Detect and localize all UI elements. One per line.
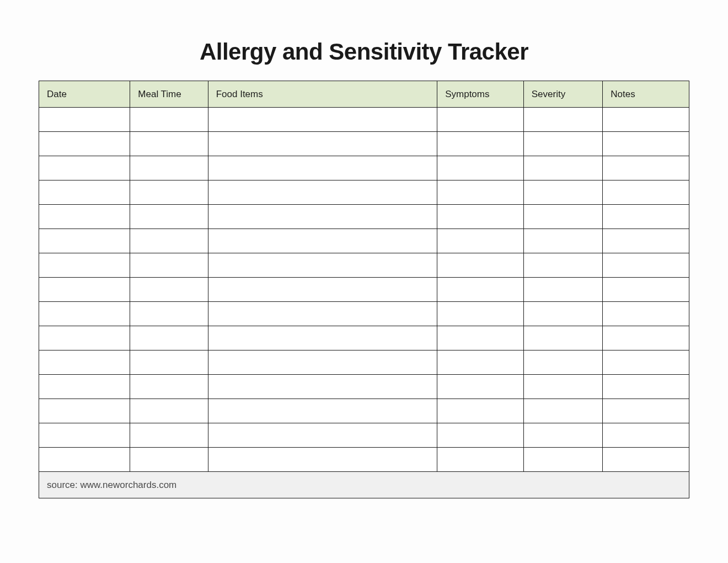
table-cell — [603, 180, 689, 205]
table-cell — [437, 229, 524, 253]
table-cell — [208, 205, 437, 229]
table-cell — [208, 326, 437, 350]
table-cell — [39, 132, 130, 156]
table-cell — [39, 302, 130, 326]
table-cell — [130, 399, 208, 423]
table-cell — [208, 253, 437, 278]
table-cell — [130, 278, 208, 302]
table-cell — [437, 132, 524, 156]
table-cell — [437, 448, 524, 472]
table-cell — [130, 253, 208, 278]
table-cell — [208, 180, 437, 205]
table-cell — [130, 423, 208, 448]
table-cell — [523, 132, 603, 156]
table-cell — [603, 448, 689, 472]
table-cell — [208, 302, 437, 326]
col-header-symptoms: Symptoms — [437, 81, 524, 108]
table-cell — [130, 132, 208, 156]
table-cell — [437, 375, 524, 399]
col-header-food-items: Food Items — [208, 81, 437, 108]
table-cell — [39, 180, 130, 205]
table-cell — [208, 278, 437, 302]
table-cell — [130, 375, 208, 399]
table-cell — [39, 448, 130, 472]
table-row — [39, 108, 689, 132]
table-row — [39, 375, 689, 399]
table-cell — [39, 229, 130, 253]
table-cell — [437, 302, 524, 326]
table-cell — [208, 132, 437, 156]
table-cell — [39, 156, 130, 180]
table-cell — [39, 375, 130, 399]
table-cell — [523, 180, 603, 205]
table-cell — [130, 302, 208, 326]
table-cell — [130, 205, 208, 229]
table-cell — [130, 108, 208, 132]
table-cell — [437, 326, 524, 350]
table-cell — [523, 302, 603, 326]
table-cell — [208, 375, 437, 399]
table-cell — [523, 326, 603, 350]
table-row — [39, 302, 689, 326]
table-row — [39, 180, 689, 205]
table-cell — [523, 205, 603, 229]
table-row — [39, 156, 689, 180]
table-cell — [130, 350, 208, 375]
table-row — [39, 350, 689, 375]
table-cell — [603, 278, 689, 302]
source-attribution: source: www.neworchards.com — [39, 472, 689, 498]
table-cell — [437, 108, 524, 132]
table-cell — [208, 448, 437, 472]
table-cell — [39, 278, 130, 302]
table-cell — [208, 423, 437, 448]
table-cell — [437, 399, 524, 423]
table-cell — [208, 399, 437, 423]
table-cell — [208, 156, 437, 180]
table-cell — [130, 229, 208, 253]
table-cell — [603, 326, 689, 350]
table-cell — [437, 278, 524, 302]
table-cell — [39, 399, 130, 423]
col-header-notes: Notes — [603, 81, 689, 108]
table-cell — [523, 229, 603, 253]
table-cell — [39, 205, 130, 229]
table-row — [39, 253, 689, 278]
table-cell — [603, 229, 689, 253]
table-header-row: Date Meal Time Food Items Symptoms Sever… — [39, 81, 689, 108]
table-cell — [523, 278, 603, 302]
table-cell — [603, 156, 689, 180]
tracker-table: Date Meal Time Food Items Symptoms Sever… — [39, 81, 689, 498]
table-cell — [39, 108, 130, 132]
table-cell — [39, 423, 130, 448]
table-cell — [603, 302, 689, 326]
table-cell — [523, 423, 603, 448]
col-header-severity: Severity — [523, 81, 603, 108]
table-cell — [523, 399, 603, 423]
table-cell — [603, 423, 689, 448]
table-cell — [130, 326, 208, 350]
table-row — [39, 278, 689, 302]
table-cell — [603, 132, 689, 156]
table-cell — [39, 253, 130, 278]
table-row — [39, 205, 689, 229]
table-cell — [523, 253, 603, 278]
table-cell — [437, 180, 524, 205]
table-cell — [437, 156, 524, 180]
table-cell — [603, 253, 689, 278]
table-cell — [523, 448, 603, 472]
table-row — [39, 229, 689, 253]
table-cell — [603, 399, 689, 423]
table-cell — [437, 253, 524, 278]
table-row — [39, 448, 689, 472]
col-header-meal-time: Meal Time — [130, 81, 208, 108]
table-cell — [130, 448, 208, 472]
table-row — [39, 399, 689, 423]
table-cell — [437, 350, 524, 375]
page-title: Allergy and Sensitivity Tracker — [39, 39, 689, 65]
table-cell — [523, 108, 603, 132]
table-cell — [39, 350, 130, 375]
table-cell — [208, 350, 437, 375]
table-cell — [208, 229, 437, 253]
table-cell — [437, 205, 524, 229]
table-cell — [603, 205, 689, 229]
